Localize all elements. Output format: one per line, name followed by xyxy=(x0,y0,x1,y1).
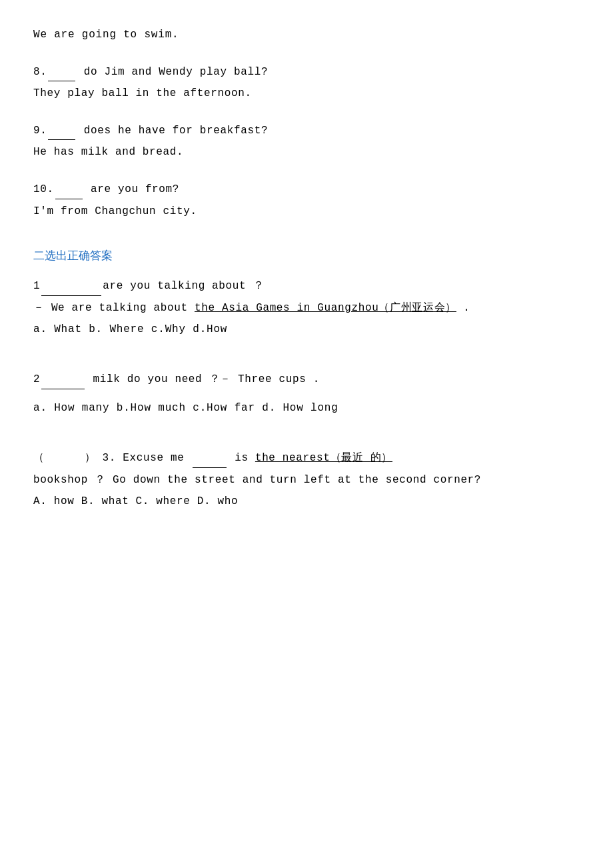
q3-paren-close: ） xyxy=(85,452,96,464)
intro-section: We are going to swim. xyxy=(33,27,580,44)
mcq2-options: a. How many b.How much c.How far d. How … xyxy=(33,400,580,417)
q8-number: 8. xyxy=(33,66,47,78)
q10-answer: I'm from Changchun city. xyxy=(33,203,580,221)
q3-line1: （ ） 3. Excuse me is the nearest（最近 的） xyxy=(33,450,580,468)
questions-section: 8. do Jim and Wendy play ball? They play… xyxy=(33,64,580,221)
mcq1-question: 1 are you talking about ？ xyxy=(33,278,580,296)
q8-question: 8. do Jim and Wendy play ball? xyxy=(33,64,580,82)
section2-title: 二选出正确答案 xyxy=(33,247,580,265)
q3-line2-text: bookshop ？ Go down the street and turn l… xyxy=(33,474,481,486)
question-9: 9. does he have for breakfast? He has mi… xyxy=(33,123,580,161)
mcq1-answer-text: － We are talking about the Asia Games in… xyxy=(33,302,470,314)
question-10: 10. are you from? I'm from Changchun cit… xyxy=(33,181,580,220)
mcq-1: 1 are you talking about ？ － We are talki… xyxy=(33,278,580,338)
mcq2-blank xyxy=(41,371,85,389)
q8-answer: They play ball in the afternoon. xyxy=(33,85,580,103)
mcq1-underline: the Asia Games in Guangzhou（广州亚运会） xyxy=(195,302,456,314)
question-8: 8. do Jim and Wendy play ball? They play… xyxy=(33,64,580,103)
mcq1-options: a. What b. Where c.Why d.How xyxy=(33,321,580,339)
section2: 二选出正确答案 1 are you talking about ？ － We a… xyxy=(33,247,580,510)
mcq1-rest: are you talking about ？ xyxy=(103,280,264,292)
mcq-2: 2 milk do you need ？－ Three cups . a. Ho… xyxy=(33,371,580,417)
q9-blank xyxy=(48,123,75,141)
q3-options-text: A. how B. what C. where D. who xyxy=(33,495,238,507)
mcq2-options-wrap: a. How many b.How much c.How far d. How … xyxy=(33,400,580,417)
q9-number: 9. xyxy=(33,125,47,137)
q3-paren-blank xyxy=(45,450,85,467)
q3-options: A. how B. what C. where D. who xyxy=(33,493,580,511)
intro-line: We are going to swim. xyxy=(33,27,580,44)
q3-number: 3. Excuse me xyxy=(103,452,185,464)
q3-underline: the nearest（最近 的） xyxy=(255,452,392,464)
q10-rest: are you from? xyxy=(84,183,179,195)
q10-number: 10. xyxy=(33,183,54,195)
q3-line2: bookshop ？ Go down the street and turn l… xyxy=(33,472,580,489)
q3-block: （ ） 3. Excuse me is the nearest（最近 的） bo… xyxy=(33,450,580,510)
q8-rest: do Jim and Wendy play ball? xyxy=(77,66,268,78)
q9-question: 9. does he have for breakfast? xyxy=(33,123,580,141)
q10-blank xyxy=(55,181,83,199)
q9-rest: does he have for breakfast? xyxy=(77,125,268,137)
q3-is: is xyxy=(235,452,255,464)
mcq2-question: 2 milk do you need ？－ Three cups . xyxy=(33,371,580,389)
mcq1-number: 1 xyxy=(33,280,40,292)
page-content: We are going to swim. 8. do Jim and Wend… xyxy=(33,27,580,510)
mcq2-rest: milk do you need ？－ Three cups . xyxy=(86,373,320,385)
q3-paren-open: （ xyxy=(33,452,45,464)
mcq1-answer: － We are talking about the Asia Games in… xyxy=(33,300,580,317)
mcq2-number: 2 xyxy=(33,373,40,385)
q10-question: 10. are you from? xyxy=(33,181,580,199)
mcq1-blank xyxy=(41,278,101,296)
q9-answer: He has milk and bread. xyxy=(33,144,580,161)
q3-blank xyxy=(193,450,227,468)
q8-blank xyxy=(48,64,75,82)
